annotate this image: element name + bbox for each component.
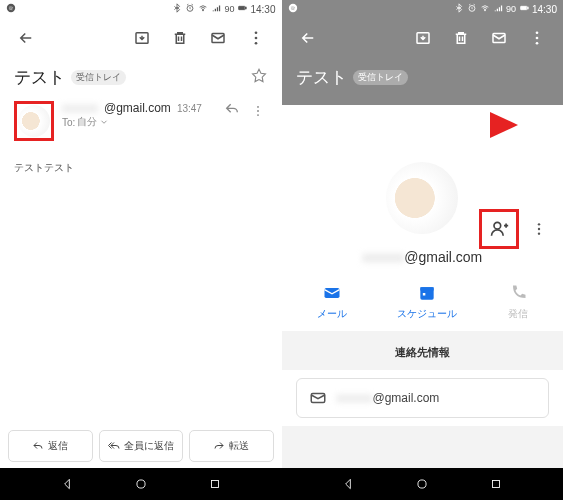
nav-bar (282, 468, 564, 500)
contact-avatar (383, 159, 461, 237)
svg-point-14 (137, 480, 145, 488)
svg-point-24 (536, 31, 539, 34)
status-bar: 90 14:30 (0, 0, 282, 18)
reply-button[interactable]: 返信 (8, 430, 93, 462)
alarm-icon (467, 3, 477, 15)
svg-rect-20 (521, 7, 526, 10)
archive-icon[interactable] (407, 22, 439, 54)
svg-rect-33 (421, 287, 434, 290)
chevron-down-icon (99, 117, 109, 127)
toolbar-dim (282, 18, 564, 58)
svg-rect-15 (211, 481, 218, 488)
mail-icon (322, 283, 342, 303)
reply-all-button[interactable]: 全員に返信 (99, 430, 184, 462)
action-mail-label: メール (317, 307, 347, 321)
wifi-icon (480, 3, 490, 15)
svg-point-25 (536, 37, 539, 40)
mark-unread-icon[interactable] (202, 22, 234, 54)
spotify-icon (288, 3, 298, 15)
svg-rect-5 (246, 7, 247, 9)
battery-icon (519, 3, 529, 15)
forward-icon (213, 440, 225, 452)
sender-row: xxxxxx @gmail.com 13:47 To: 自分 (0, 93, 282, 149)
svg-rect-37 (493, 481, 500, 488)
reply-sender-icon[interactable] (224, 101, 240, 121)
mark-unread-icon[interactable] (483, 22, 515, 54)
phone-right: 90 14:30 テスト 受信トレイ xxxxxx@gmail.com (282, 0, 564, 500)
svg-point-12 (257, 110, 259, 112)
nav-recent-icon[interactable] (489, 477, 503, 491)
svg-rect-34 (423, 293, 426, 296)
svg-point-29 (538, 228, 540, 230)
info-email-card[interactable]: xxxxxx@gmail.com (296, 378, 550, 418)
back-arrow-icon[interactable] (292, 22, 324, 54)
to-line[interactable]: To: 自分 (62, 115, 216, 129)
reply-icon (32, 440, 44, 452)
contact-actions: メール スケジュール 発信 (282, 265, 564, 331)
clock: 14:30 (250, 4, 275, 15)
email-body: テストテスト (0, 149, 282, 424)
sender-name: xxxxxx (62, 101, 98, 115)
contact-email-domain: @gmail.com (404, 249, 482, 265)
battery-label: 90 (224, 4, 234, 14)
nav-recent-icon[interactable] (208, 477, 222, 491)
contact-email: xxxxxx@gmail.com (282, 249, 564, 265)
more-contact-icon[interactable] (523, 213, 555, 245)
battery-label: 90 (506, 4, 516, 14)
alarm-icon (185, 3, 195, 15)
forward-label: 転送 (229, 439, 249, 453)
reply-all-icon (108, 440, 120, 452)
forward-button[interactable]: 転送 (189, 430, 274, 462)
more-sender-icon[interactable] (248, 101, 268, 121)
wifi-icon (198, 3, 208, 15)
trash-icon[interactable] (164, 22, 196, 54)
bluetooth-icon (172, 3, 182, 15)
back-arrow-icon[interactable] (10, 22, 42, 54)
info-email-name: xxxxxx (337, 391, 373, 405)
svg-rect-21 (527, 7, 528, 9)
status-bar: 90 14:30 (282, 0, 564, 18)
nav-bar (0, 468, 282, 500)
bluetooth-icon (454, 3, 464, 15)
signal-icon (211, 3, 221, 15)
to-value: 自分 (77, 115, 97, 129)
action-call: 発信 (508, 283, 528, 321)
add-contact-button[interactable] (483, 213, 515, 245)
battery-icon (237, 3, 247, 15)
phone-icon (508, 283, 528, 303)
nav-back-icon[interactable] (341, 477, 355, 491)
phone-left: 90 14:30 テスト 受信トレイ (0, 0, 282, 500)
mail-outline-icon (309, 389, 327, 407)
star-icon[interactable] (250, 67, 268, 89)
archive-icon[interactable] (126, 22, 158, 54)
contact-email-name: xxxxxx (362, 249, 404, 265)
nav-home-icon[interactable] (134, 477, 148, 491)
reply-all-label: 全員に返信 (124, 439, 174, 453)
subject-row: テスト 受信トレイ (0, 58, 282, 93)
sender-email: @gmail.com (104, 101, 171, 115)
spotify-icon (6, 3, 16, 15)
svg-point-30 (538, 232, 540, 234)
svg-point-2 (203, 10, 204, 11)
svg-point-26 (536, 42, 539, 45)
avatar[interactable] (18, 105, 50, 137)
nav-back-icon[interactable] (60, 477, 74, 491)
svg-point-10 (254, 42, 257, 45)
svg-point-11 (257, 106, 259, 108)
nav-home-icon[interactable] (415, 477, 429, 491)
action-schedule[interactable]: スケジュール (397, 283, 457, 321)
trash-icon[interactable] (445, 22, 477, 54)
contact-sheet: xxxxxx@gmail.com メール スケジュール 発信 連絡先情報 xxx… (282, 199, 564, 468)
sender-time: 13:47 (177, 103, 202, 114)
svg-rect-4 (240, 7, 245, 10)
toolbar (0, 18, 282, 58)
svg-point-13 (257, 114, 259, 116)
subject-row-dim: テスト 受信トレイ (282, 58, 564, 105)
section-contact-info: 連絡先情報 (282, 331, 564, 370)
more-icon[interactable] (521, 22, 553, 54)
more-icon[interactable] (240, 22, 272, 54)
action-mail[interactable]: メール (317, 283, 347, 321)
reply-label: 返信 (48, 439, 68, 453)
info-email-domain: @gmail.com (373, 391, 440, 405)
svg-point-9 (254, 37, 257, 40)
